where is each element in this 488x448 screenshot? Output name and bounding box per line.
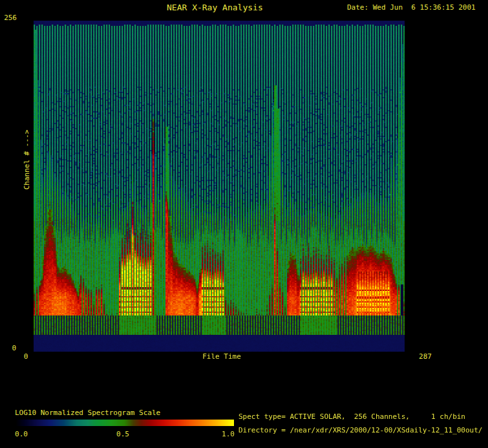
spect-type-label: Spect type= ACTIVE SOLAR, 256 Channels, … <box>239 413 465 420</box>
y-axis-tick-max: 256 <box>4 14 17 21</box>
colorbar-tick-1: 0.5 <box>116 431 129 438</box>
y-axis-title: Channel # ---> <box>23 130 31 190</box>
date-label: Date: Wed Jun 6 15:36:15 2001 <box>347 4 476 11</box>
colorbar-tick-2: 1.0 <box>222 431 235 438</box>
colorbar-tick-0: 0.0 <box>15 431 28 438</box>
x-axis-title: File Time <box>202 353 241 360</box>
colorbar-title: LOG10 Normalized Spectrogram Scale <box>15 409 160 416</box>
spectrogram-image <box>34 21 405 352</box>
x-axis-tick-min: 0 <box>24 353 28 360</box>
directory-label: Directory = /near/xdr/XRS/2000/12-00/XSd… <box>239 427 483 434</box>
x-axis-tick-max: 287 <box>419 353 432 360</box>
page-title: NEAR X-Ray Analysis <box>167 3 263 12</box>
plot-window: NEAR X-Ray Analysis Date: Wed Jun 6 15:3… <box>0 0 488 448</box>
y-axis-tick-min: 0 <box>12 345 16 352</box>
colorbar <box>16 420 234 426</box>
